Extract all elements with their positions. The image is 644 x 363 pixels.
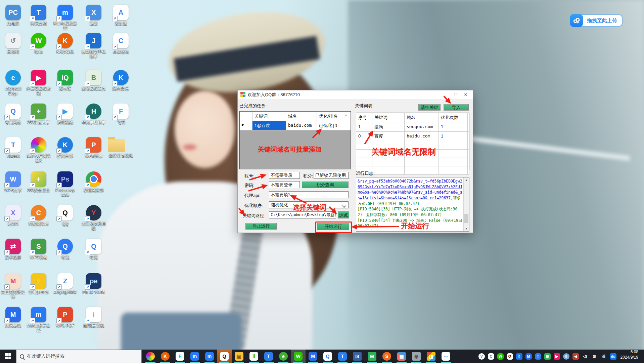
mumu-emulator-2-taskbar-button[interactable]: m [202,350,217,363]
start-button[interactable] [0,350,16,363]
table-cell[interactable]: 搜狗 [372,122,405,131]
desktop-icon-酷狗音乐[interactable]: K↗酷狗音乐 [108,70,134,91]
taskbar-clock[interactable]: 6:08 2024/9/19 [619,350,642,363]
desktop-icon-酷狗音乐[interactable]: K↗酷狗音乐 [52,137,78,158]
desktop-icon-360安全卫士[interactable]: +↗360安全卫士 [26,171,52,193]
desktop-icon-企业微信[interactable]: C↗企业微信 [108,33,134,54]
drag-upload-button[interactable]: 拖拽至此上传 [570,14,623,27]
table-cell[interactable]: sougou.com [405,122,439,131]
desktop-icon-猎豹浏览器[interactable]: C↗猎豹浏览器 [26,205,52,226]
account-field[interactable]: 不需要登录 [269,172,300,179]
completed-tasks-table[interactable]: 关键词域名优化/排名▲▶1@百度baidu.com已优化|3 [239,111,351,169]
tencent-docs-taskbar-button[interactable]: T [261,350,276,363]
ime-lang-indicator[interactable]: 英 [601,353,607,360]
wechat-tray-icon[interactable]: W [497,353,504,360]
network-icon[interactable]: ⊡ [591,353,598,360]
sunflower-remote-taskbar-button[interactable]: ▦ [394,350,409,363]
browse-button[interactable]: 浏览 [338,211,349,218]
desktop-icon-爱加速[interactable]: A↗爱加速 [108,5,134,26]
column-header[interactable] [240,112,252,121]
desktop-icon-WPS PDF[interactable]: P↗WPS PDF [52,307,78,328]
scroll-down-icon[interactable]: ▼ [464,226,469,231]
tencent-docs-2-taskbar-button[interactable]: T [335,350,350,363]
desktop-icon-华为手机助手[interactable]: H↗华为手机助手 [81,104,107,125]
file-explorer-taskbar-button[interactable]: ▣ [232,350,246,363]
feishu-taskbar-button[interactable]: F [173,350,187,363]
desktop-icon-回收站[interactable]: ↺回收站 [0,33,26,54]
desktop-icon-飞书[interactable]: F↗飞书 [108,104,134,125]
password-lock-taskbar-button[interactable]: ◉ [409,350,424,363]
table-cell[interactable]: 百度 [372,132,405,141]
desktop-icon-微信[interactable]: W↗微信 [26,33,52,54]
screen-cast-icon[interactable]: ⊞ [544,353,551,360]
desktop-icon-夸克网盘[interactable]: Q↗夸克网盘 [0,104,26,125]
desktop-icon-此电脑[interactable]: PC此电脑 [0,5,26,26]
desktop-icon-爱奇艺[interactable]: iQ↗爱奇艺 [52,70,78,91]
wecom-taskbar-button[interactable]: Q [320,350,335,363]
tencent-docs-tray-icon[interactable]: T [535,353,541,360]
wechat-taskbar-button[interactable]: W [291,350,306,363]
desktop-icon-极速浏览器[interactable]: ↗极速浏览器 [81,171,107,193]
cloud-sync-icon[interactable]: ‖ [563,353,569,360]
loudspeaker-icon[interactable]: ◀ [572,353,579,360]
keyword-path-field[interactable]: C:\Users\admin\Desktop\最新排名 [269,211,336,218]
keyword-row[interactable]: 0百度baidu.com1 [356,132,469,141]
column-header[interactable]: 域名 [405,113,439,122]
desktop-icon-夸克[interactable]: Q↗夸克 [52,239,78,260]
desktop-icon-雷电多开器[interactable]: ⚡↗雷电多开器 [26,273,52,294]
desktop-icon-迅雷X[interactable]: X↗迅雷X [0,205,26,226]
desktop-icon-WPS文字[interactable]: W↗WPS文字 [0,171,26,193]
table-cell[interactable]: 0 [356,132,372,141]
desktop-icon-老鱼免费通用版[interactable]: Y↗老鱼免费通用版 [81,205,107,231]
score-query-button[interactable]: 积分查询 [302,182,349,188]
desktop-icon-MuMu模拟器12[interactable]: m↗MuMu模拟器12 [52,5,78,31]
browser-360-green-taskbar-button[interactable]: e [276,350,291,363]
close-button[interactable]: ✕ [461,92,471,97]
desktop-icon-ToDesk[interactable]: T↗ToDesk [0,137,26,158]
360-browser-taskbar-button[interactable] [143,350,158,363]
column-header[interactable]: 序号 [356,113,372,122]
desktop-icon-腾讯视频[interactable]: ▶↗腾讯视频 [52,104,78,125]
desktop-icon-WPS演示[interactable]: P↗WPS演示 [81,137,107,158]
desktop-icon-按键精灵手机助手[interactable]: J↗按键精灵手机助手 [81,33,107,59]
tencent-meeting-taskbar-button[interactable]: M [306,350,320,363]
keyword-row[interactable]: 1搜狗sougou.com1 [356,122,469,132]
remote-desktop-taskbar-button[interactable]: ⊡ [350,350,365,363]
stop-run-button[interactable]: 停止运行 [245,223,277,230]
column-header[interactable]: 优化/排名▲ [317,112,349,121]
hivision-icon[interactable]: ▶ [554,353,560,360]
mumu-emulator-taskbar-button[interactable]: m [187,350,202,363]
log-request-url[interactable]: &rsv_pq=af53ab9b0004072b&rsv_t=fd56pZbEB… [358,179,462,200]
table-cell[interactable]: 1 [439,122,468,131]
tencent-meeting-tray-icon[interactable]: M [525,353,532,360]
minimize-button[interactable]: – [441,92,451,97]
column-header[interactable]: 优化次数 [439,113,468,122]
desktop-icon-WPS表格[interactable]: S↗WPS表格 [26,239,52,260]
desktop-icon-KK录像机[interactable]: K↗KK录像机 [52,33,78,54]
desktop-icon-MuMu多开器12[interactable]: m↗MuMu多开器12 [26,307,52,333]
import-button[interactable]: 导入 [444,104,469,111]
table-cell[interactable]: 1 [356,122,372,131]
todesk-tray-icon[interactable]: V [478,353,485,360]
baidu-netdisk-taskbar-button[interactable]: ∞ [439,350,453,363]
desktop-icon-美图秀秀批处理[interactable]: M↗美图秀秀批处理 [0,273,26,299]
desktop-icon-360加固助手[interactable]: +↗360加固助手 [26,104,52,125]
password-field[interactable]: 不需要登录 [269,181,300,188]
desktop-icon-腾讯会议[interactable]: M↗腾讯会议 [0,307,26,328]
window-titlebar[interactable]: 欢迎加入QQ群：86776210 – □ ✕ [238,90,473,99]
column-header[interactable]: 域名 [286,112,317,121]
desktop-icon-ZhiyingAIGC[interactable]: Z↗ZhiyingAIGC [52,273,78,294]
table-cell[interactable]: baidu.com [405,132,439,141]
table-row[interactable]: ▶1@百度baidu.com已优化|3 [240,121,351,130]
qq-tray-icon[interactable]: Q [507,353,513,360]
table-cell[interactable]: 已优化|3 [317,121,349,130]
desktop-icon-Photoshop CS6[interactable]: Ps↗Photoshop CS6 [52,171,78,198]
keyword-table[interactable]: 序号关键词域名优化次数1搜狗sougou.com10百度baidu.com1 [356,113,469,170]
blocks-app-taskbar-button[interactable]: ◨ [424,350,439,363]
desktop-icon-向日葵远程控制[interactable]: ▶↗向日葵远程控制 [26,70,52,96]
show-desktop-button[interactable] [642,350,644,363]
column-header[interactable]: 关键词 [252,112,286,121]
table-cell[interactable]: baidu.com [286,121,317,130]
desktop-icon-QQ[interactable]: Q↗QQ [52,205,78,226]
scroll-up-icon[interactable]: ▲ [464,177,469,183]
